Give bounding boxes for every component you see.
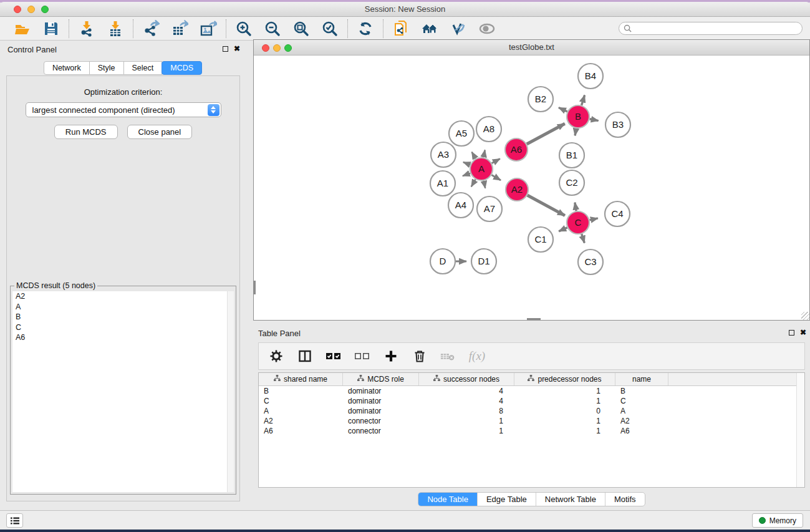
graph-edge-A6-B[interactable] bbox=[527, 123, 565, 144]
horizontal-scrollbar-thumb[interactable] bbox=[527, 318, 541, 320]
refresh-icon[interactable] bbox=[356, 19, 375, 38]
tab-style[interactable]: Style bbox=[89, 61, 124, 75]
table-scrollbar[interactable] bbox=[796, 373, 804, 487]
graph-edge-B-B2[interactable] bbox=[559, 108, 567, 112]
table-cell[interactable]: 4 bbox=[419, 396, 514, 406]
tab-motifs[interactable]: Motifs bbox=[605, 493, 645, 506]
network-window-titlebar[interactable]: testGlobe.txt bbox=[254, 40, 809, 56]
search-field[interactable] bbox=[619, 22, 803, 35]
result-item[interactable]: C bbox=[12, 322, 234, 333]
tab-select[interactable]: Select bbox=[123, 61, 163, 75]
tab-mcds[interactable]: MCDS bbox=[162, 61, 202, 75]
table-cell[interactable]: 4 bbox=[419, 386, 514, 396]
export-network-icon[interactable] bbox=[142, 19, 160, 38]
mcds-result-list[interactable]: A2ABCA6 bbox=[12, 291, 234, 492]
task-history-button[interactable] bbox=[6, 513, 23, 528]
column-header-shared-name[interactable]: shared name bbox=[259, 373, 343, 385]
result-item[interactable]: A bbox=[12, 302, 234, 312]
graph-edge-C-C1[interactable] bbox=[559, 228, 567, 231]
table-cell[interactable]: connector bbox=[343, 426, 419, 436]
table-cell[interactable]: 1 bbox=[514, 416, 615, 426]
table-cell[interactable]: 1 bbox=[514, 396, 615, 406]
table-row[interactable]: Cdominator41C bbox=[259, 396, 804, 406]
import-network-icon[interactable] bbox=[77, 19, 96, 38]
table-row[interactable]: Bdominator41B bbox=[259, 386, 804, 396]
zoom-selected-icon[interactable] bbox=[321, 19, 339, 38]
column-header-MCDS-role[interactable]: MCDS role bbox=[343, 373, 419, 385]
network-canvas[interactable]: AA1A2A3A4A5A6A7A8BB1B2B3B4CC1C2C3C4DD1 bbox=[254, 56, 809, 320]
optimization-criterion-dropdown[interactable]: largest connected component (directed) bbox=[26, 102, 221, 117]
graph-edge-A-A1[interactable] bbox=[463, 173, 470, 177]
tab-edge-table[interactable]: Edge Table bbox=[478, 493, 536, 506]
float-panel-icon[interactable] bbox=[223, 46, 228, 52]
table-cell[interactable]: 1 bbox=[514, 386, 615, 396]
delete-rows-icon[interactable] bbox=[412, 348, 428, 364]
delete-table-icon[interactable] bbox=[440, 348, 456, 364]
table-row[interactable]: Adominator80A bbox=[259, 406, 804, 416]
memory-button[interactable]: Memory bbox=[752, 513, 803, 528]
table-cell[interactable]: 1 bbox=[419, 416, 514, 426]
graph-edge-C-C4[interactable] bbox=[590, 218, 598, 220]
deselect-all-icon[interactable] bbox=[354, 348, 370, 364]
graph-edge-C-C2[interactable] bbox=[575, 203, 576, 211]
zoom-in-icon[interactable] bbox=[234, 19, 253, 38]
table-cell[interactable]: C bbox=[259, 396, 343, 406]
table-row[interactable]: A2connector11A2 bbox=[259, 416, 804, 426]
zoom-window-button[interactable] bbox=[41, 6, 49, 13]
graph-edge-B-B3[interactable] bbox=[590, 119, 599, 121]
table-cell[interactable]: 8 bbox=[419, 406, 514, 416]
graph-edge-A-A7[interactable] bbox=[484, 181, 485, 188]
graph-edge-C-C3[interactable] bbox=[582, 234, 585, 243]
result-item[interactable]: B bbox=[12, 312, 234, 322]
search-input[interactable] bbox=[632, 24, 802, 33]
table-cell[interactable]: A2 bbox=[615, 416, 668, 426]
table-cell[interactable]: 1 bbox=[514, 426, 615, 436]
tab-network[interactable]: Network bbox=[44, 61, 90, 75]
column-settings-icon[interactable] bbox=[268, 348, 284, 364]
new-network-from-selection-icon[interactable] bbox=[392, 19, 410, 38]
save-session-icon[interactable] bbox=[42, 19, 60, 38]
table-cell[interactable]: 1 bbox=[419, 426, 514, 436]
graph-edge-A-A8[interactable] bbox=[484, 150, 485, 157]
result-list-scrollbar[interactable] bbox=[227, 291, 234, 492]
network-minimize-button[interactable] bbox=[273, 44, 281, 52]
graph-edge-A-A2[interactable] bbox=[491, 175, 501, 181]
table-cell[interactable]: B bbox=[259, 386, 343, 396]
zoom-out-icon[interactable] bbox=[263, 19, 282, 38]
select-all-icon[interactable] bbox=[325, 348, 342, 364]
column-header-predecessor-nodes[interactable]: predecessor nodes bbox=[514, 373, 615, 385]
table-cell[interactable]: connector bbox=[343, 416, 419, 426]
function-builder-icon[interactable]: f(x) bbox=[469, 348, 485, 364]
graph-edge-A-A5[interactable] bbox=[472, 152, 476, 159]
table-cell[interactable]: B bbox=[615, 386, 668, 396]
table-cell[interactable]: 0 bbox=[514, 406, 615, 416]
export-table-icon[interactable] bbox=[170, 19, 189, 38]
table-cell[interactable]: A bbox=[615, 406, 668, 416]
reset-view-icon[interactable] bbox=[420, 19, 439, 38]
run-mcds-button[interactable]: Run MCDS bbox=[54, 125, 118, 139]
tab-node-table[interactable]: Node Table bbox=[418, 493, 478, 506]
import-table-icon[interactable] bbox=[106, 19, 125, 38]
column-header-name[interactable]: name bbox=[615, 373, 668, 385]
export-image-icon[interactable] bbox=[199, 19, 218, 38]
add-row-icon[interactable] bbox=[383, 348, 399, 364]
resize-grip-icon[interactable] bbox=[801, 312, 809, 320]
close-window-button[interactable] bbox=[14, 6, 21, 13]
minimize-window-button[interactable] bbox=[27, 6, 35, 13]
network-zoom-button[interactable] bbox=[284, 44, 292, 52]
tab-network-table[interactable]: Network Table bbox=[536, 493, 605, 506]
column-header-successor-nodes[interactable]: successor nodes bbox=[419, 373, 514, 385]
network-close-button[interactable] bbox=[262, 44, 269, 52]
table-cell[interactable]: dominator bbox=[343, 396, 419, 406]
table-cell[interactable]: A6 bbox=[615, 426, 668, 436]
network-graph[interactable]: AA1A2A3A4A5A6A7A8BB1B2B3B4CC1C2C3C4DD1 bbox=[254, 56, 809, 321]
graph-edge-A-A3[interactable] bbox=[463, 162, 470, 165]
result-item[interactable]: A2 bbox=[12, 291, 234, 302]
graph-edge-A-A6[interactable] bbox=[492, 159, 500, 163]
zoom-fit-icon[interactable] bbox=[292, 19, 311, 38]
graph-edge-A2-C[interactable] bbox=[528, 195, 565, 216]
table-cell[interactable]: dominator bbox=[343, 406, 419, 416]
table-cell[interactable]: A6 bbox=[259, 426, 343, 436]
close-table-panel-icon[interactable]: ✖ bbox=[800, 329, 806, 336]
table-cell[interactable]: dominator bbox=[343, 386, 419, 396]
